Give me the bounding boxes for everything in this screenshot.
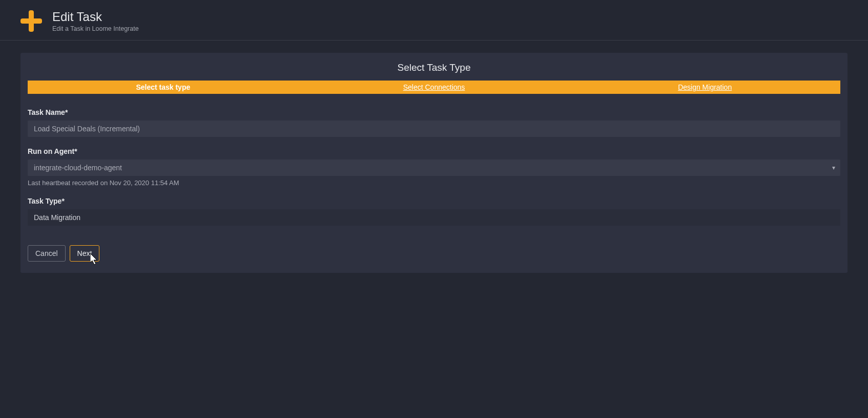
plus-icon xyxy=(19,9,43,33)
panel-title: Select Task Type xyxy=(20,62,848,73)
agent-heartbeat-text: Last heartbeat recorded on Nov 20, 2020 … xyxy=(28,179,840,187)
tab-design-migration[interactable]: Design Migration xyxy=(569,81,840,94)
wizard-panel: Select Task Type Select task type Select… xyxy=(20,53,848,273)
wizard-tabs: Select task type Select Connections Desi… xyxy=(28,81,840,94)
svg-rect-1 xyxy=(20,18,42,24)
agent-select[interactable]: integrate-cloud-demo-agent xyxy=(28,160,840,176)
task-type-label: Task Type* xyxy=(28,197,840,205)
page-title: Edit Task xyxy=(52,10,139,25)
page-subtitle: Edit a Task in Loome Integrate xyxy=(52,25,139,32)
page-header: Edit Task Edit a Task in Loome Integrate xyxy=(0,0,868,41)
task-form: Task Name* Run on Agent* integrate-cloud… xyxy=(20,94,848,226)
next-button[interactable]: Next xyxy=(70,245,100,262)
agent-label: Run on Agent* xyxy=(28,147,840,155)
tab-select-connections[interactable]: Select Connections xyxy=(299,81,570,94)
task-type-value: Data Migration xyxy=(28,209,840,226)
cancel-button[interactable]: Cancel xyxy=(28,245,66,262)
task-name-input[interactable] xyxy=(28,121,840,137)
task-name-label: Task Name* xyxy=(28,108,840,116)
tab-select-task-type[interactable]: Select task type xyxy=(28,81,299,94)
